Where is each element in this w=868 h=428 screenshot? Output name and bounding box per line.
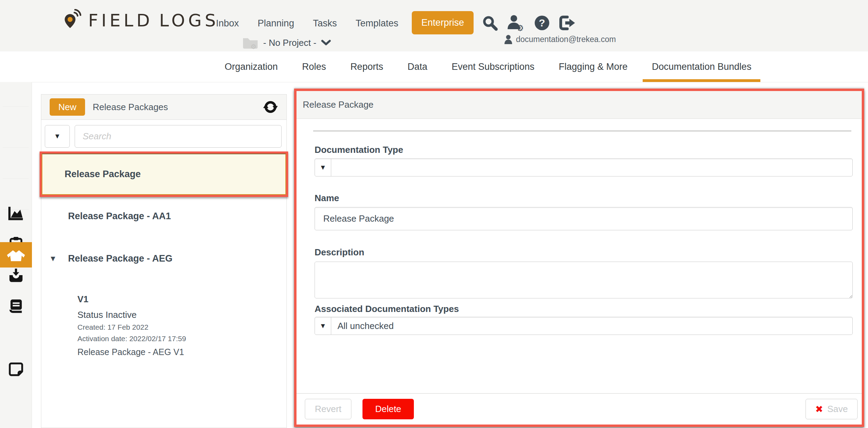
map-pin-signal-icon [62,9,81,32]
save-button-label: Save [827,404,848,414]
list-item-release-package[interactable]: Release Package [42,154,286,195]
version-name[interactable]: V1 [77,294,89,305]
chevron-down-icon: ▼ [55,134,59,139]
nav-inbox[interactable]: Inbox [216,18,239,29]
svg-text:?: ? [539,17,545,28]
search-icon[interactable] [482,15,498,31]
top-header: FIELDLOGS Inbox Planning Tasks Templates… [0,0,868,52]
list-item-label: Release Package [65,169,141,180]
tab-event-subscriptions[interactable]: Event Subscriptions [452,51,535,82]
detail-panel-header: Release Package [297,91,862,119]
detail-panel-footer: Revert Delete ✖ Save [297,393,862,425]
logo-wordmark: FIELDLOGS [88,10,219,31]
user-email: documentation@trekea.com [516,35,616,44]
inbox-tray-icon [8,268,24,283]
chevron-down-icon [321,40,331,46]
detail-panel-body: Documentation Type ▼ Name Description As… [297,119,862,393]
sidebar-item-inbox[interactable] [0,268,32,283]
version-created: Created: 17 Feb 2022 [77,323,148,331]
list-item-release-package-aeg[interactable]: Release Package - AEG [68,253,173,264]
revert-button[interactable]: Revert [305,399,351,419]
divider [3,178,29,179]
user-account[interactable]: documentation@trekea.com [504,35,616,44]
tab-documentation-bundles[interactable]: Documentation Bundles [652,51,751,82]
list-search-row: ▼ [45,125,282,148]
logout-icon[interactable] [558,15,576,31]
chevron-down-icon: ▼ [321,165,325,170]
x-mark-icon: ✖ [815,404,823,414]
associated-documentation-types-value: All unchecked [331,317,852,335]
associated-documentation-types-label: Associated Documentation Types [315,304,459,314]
nav-templates[interactable]: Templates [356,18,398,29]
note-icon [9,362,23,377]
list-panel-title: Release Packages [93,102,168,113]
save-button[interactable]: ✖ Save [806,399,858,419]
search-filter-dropdown[interactable]: ▼ [45,125,70,148]
delete-button[interactable]: Delete [362,399,414,419]
tab-data[interactable]: Data [408,51,427,82]
detail-panel-title: Release Package [303,99,374,110]
associated-documentation-types-dropdown[interactable]: ▼ All unchecked [315,317,853,335]
description-field[interactable] [315,262,853,298]
subnav-tabs: Organization Roles Reports Data Event Su… [225,51,751,82]
fieldlogs-logo: FIELDLOGS [62,9,219,32]
area-chart-icon [8,206,24,221]
name-field[interactable] [315,207,853,230]
user-icon [504,35,512,44]
tab-roles[interactable]: Roles [302,51,326,82]
nav-tasks[interactable]: Tasks [313,18,337,29]
name-label: Name [315,193,339,204]
module-iconbar [0,82,32,428]
version-activation-date: Activation date: 2022/02/17 17:59 [77,335,186,343]
sidebar-item-notes[interactable] [0,362,32,377]
user-settings-icon[interactable]: ⚙ [506,15,526,31]
header-action-icons: ⚙ ? [482,12,576,34]
app-screen: FIELDLOGS Inbox Planning Tasks Templates… [0,0,868,428]
dropdown-caret-cell[interactable]: ▼ [315,317,331,335]
refresh-button[interactable] [263,99,278,115]
project-selector[interactable]: ⚙ - No Project - [242,36,331,49]
documentation-type-label: Documentation Type [315,145,403,155]
version-status: Status Inactive [77,310,137,320]
divider [3,106,29,107]
annotation-highlight-box: Release Package [40,151,288,197]
documentation-type-dropdown[interactable]: ▼ [315,158,853,176]
tree-expand-icon[interactable]: ▼ [51,255,55,262]
chevron-down-icon: ▼ [321,323,325,329]
sidebar-item-documentation-bundles[interactable] [0,242,32,268]
sidebar-item-library[interactable] [0,299,32,314]
help-icon[interactable]: ? [534,15,550,31]
list-panel-header: New Release Packages [41,94,286,120]
nav-planning[interactable]: Planning [258,18,294,29]
divider [3,147,29,148]
list-item-release-package-aa1[interactable]: Release Package - AA1 [68,211,171,222]
svg-text:⚙: ⚙ [250,43,256,49]
refresh-icon [263,99,278,115]
version-full-name: Release Package - AEG V1 [77,347,184,357]
dropdown-caret-cell[interactable]: ▼ [315,159,331,176]
book-icon [8,299,24,314]
tab-reports[interactable]: Reports [350,51,383,82]
primary-nav: Inbox Planning Tasks Templates [216,13,398,34]
enterprise-button[interactable]: Enterprise [412,11,474,34]
svg-text:⚙: ⚙ [516,23,524,31]
project-selector-label: - No Project - [263,38,316,48]
sidebar-item-analytics[interactable] [0,206,32,221]
tab-organization[interactable]: Organization [225,51,278,82]
open-box-icon [7,248,25,262]
project-folder-icon: ⚙ [242,36,258,49]
description-label: Description [315,247,364,258]
documentation-type-value [331,159,852,176]
search-input[interactable] [75,125,282,148]
tab-flagging-more[interactable]: Flagging & More [559,51,627,82]
settings-subnav: Organization Roles Reports Data Event Su… [0,51,868,82]
release-package-detail-panel: Release Package Documentation Type ▼ Nam… [294,89,864,427]
new-button[interactable]: New [50,98,85,116]
release-packages-panel: New Release Packages ▼ Release Pack [41,94,287,428]
divider [313,131,851,131]
